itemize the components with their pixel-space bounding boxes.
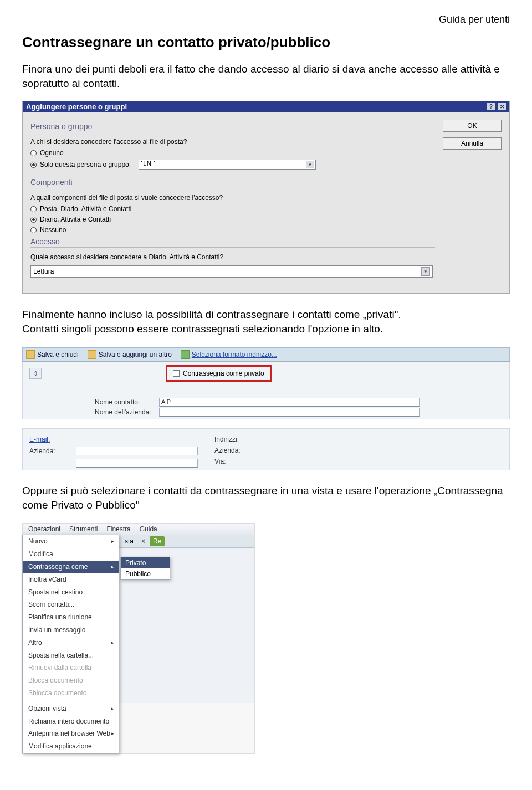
azienda2-label: Azienda: bbox=[214, 447, 258, 454]
mark-private-highlight: Contrassegna come privato bbox=[166, 365, 272, 382]
ctx-pianifica[interactable]: Pianifica una riunione bbox=[23, 611, 119, 624]
intro-paragraph: Finora uno dei punti deboli era il fatto… bbox=[22, 62, 510, 90]
tab-re[interactable]: Re bbox=[150, 536, 165, 546]
azienda-input[interactable] bbox=[76, 447, 198, 455]
ctx-invia[interactable]: Invia un messaggio bbox=[23, 624, 119, 637]
dropdown-icon[interactable]: ▾ bbox=[421, 267, 430, 276]
menu-operazioni[interactable]: Operazioni bbox=[28, 525, 60, 533]
contact-form: ⇕ Contrassegna come privato Nome contatt… bbox=[22, 362, 510, 420]
menu-guida[interactable]: Guida bbox=[140, 525, 157, 533]
radio-only-person[interactable] bbox=[30, 162, 37, 168]
header-guide: Guida per utenti bbox=[22, 14, 510, 25]
help-icon[interactable]: ? bbox=[487, 103, 495, 110]
person-input[interactable]: ˙LN ˙▾ bbox=[139, 160, 316, 170]
dropdown-icon[interactable]: ▾ bbox=[306, 161, 314, 168]
ctx-anteprima[interactable]: Anteprima nel browser Web▸ bbox=[23, 727, 119, 740]
accesso-value: Lettura bbox=[33, 268, 54, 275]
format-address-link[interactable]: Seleziona formato indirizzo... bbox=[181, 350, 277, 359]
ctx-altro[interactable]: Altro▸ bbox=[23, 637, 119, 649]
company-name-label: Nome dell'azienda: bbox=[95, 408, 156, 416]
private-label: Contrassegna come privato bbox=[183, 370, 264, 377]
ok-button[interactable]: OK bbox=[443, 120, 502, 132]
tab-close-icon[interactable]: × bbox=[138, 536, 149, 546]
persona-question: A chi si desidera concedere l'accesso al… bbox=[30, 138, 435, 146]
section-persona: Persona o gruppo bbox=[30, 122, 435, 132]
menubar: Operazioni Strumenti Finestra Guida bbox=[23, 524, 254, 535]
submenu-contrassegna: Privato Pubblico bbox=[120, 557, 170, 580]
radio-comp-none-label: Nessuno bbox=[40, 226, 66, 234]
ctx-modifica[interactable]: Modifica bbox=[23, 548, 119, 561]
ctx-modifica-app[interactable]: Modifica applicazione bbox=[23, 740, 119, 753]
submenu-pubblico[interactable]: Pubblico bbox=[121, 568, 170, 579]
ctx-sblocca: Sblocca documento bbox=[23, 687, 119, 700]
ctx-blocca: Blocca documento bbox=[23, 674, 119, 687]
contact-name-input[interactable]: A P bbox=[159, 398, 420, 407]
radio-comp-diary-label: Diario, Attività e Contatti bbox=[40, 216, 111, 223]
final-paragraph: Oppure si può selezionare i contatti da … bbox=[22, 484, 510, 512]
save-close-button[interactable]: Salva e chiudi bbox=[26, 350, 79, 359]
ctx-rimuovi: Rimuovi dalla cartella bbox=[23, 661, 119, 674]
ctx-contrassegna[interactable]: Contrassegna come▸ bbox=[23, 561, 119, 573]
page-title: Contrassegnare un contatto privato/pubbl… bbox=[22, 34, 510, 51]
dialog-title: Aggiungere persone o gruppi bbox=[26, 102, 127, 111]
radio-comp-diary[interactable] bbox=[30, 217, 37, 223]
company-name-input[interactable] bbox=[159, 408, 420, 417]
indirizzi-label: Indirizzi: bbox=[214, 435, 258, 443]
save-icon bbox=[26, 350, 35, 359]
private-checkbox[interactable] bbox=[173, 370, 180, 377]
menu-screenshot: Operazioni Strumenti Finestra Guida Nuov… bbox=[22, 523, 255, 754]
radio-comp-all-label: Posta, Diario, Attività e Contatti bbox=[40, 205, 131, 213]
section-componenti: Componenti bbox=[30, 178, 435, 188]
menu-finestra[interactable]: Finestra bbox=[106, 525, 130, 533]
tab-row: sta × Re bbox=[119, 535, 254, 548]
azienda-input-2[interactable] bbox=[76, 459, 198, 468]
email-label[interactable]: E-mail: bbox=[29, 435, 73, 443]
radio-comp-none[interactable] bbox=[30, 227, 37, 233]
save-add-button[interactable]: Salva e aggiungi un altro bbox=[88, 350, 172, 359]
ctx-sposta-cestino[interactable]: Sposta nel cestino bbox=[23, 586, 119, 599]
ctx-sposta-cartella[interactable]: Sposta nella cartella... bbox=[23, 649, 119, 662]
azienda-label: Azienda: bbox=[29, 447, 73, 455]
dialog-add-people: Aggiungere persone o gruppi ? ✕ Persona … bbox=[22, 101, 510, 294]
close-icon[interactable]: ✕ bbox=[498, 103, 506, 110]
accesso-question: Quale accesso si desidera concedere a Di… bbox=[30, 253, 435, 261]
section-accesso: Accesso bbox=[30, 237, 435, 248]
cancel-button[interactable]: Annulla bbox=[443, 137, 502, 150]
ctx-richiama[interactable]: Richiama intero documento bbox=[23, 715, 119, 728]
via-label: Via: bbox=[214, 458, 258, 465]
radio-only-person-label: Solo questa persona o gruppo: bbox=[40, 161, 131, 168]
ctx-scorri[interactable]: Scorri contatti... bbox=[23, 598, 119, 611]
ctx-inoltra[interactable]: Inoltra vCard bbox=[23, 573, 119, 586]
save-add-icon bbox=[88, 350, 96, 359]
menu-strumenti[interactable]: Strumenti bbox=[69, 525, 98, 533]
componenti-question: A quali componenti del file di posta si … bbox=[30, 194, 435, 202]
contact-details: E-mail: Azienda: Indirizzi: Azienda: Via… bbox=[22, 428, 510, 470]
radio-everyone[interactable] bbox=[30, 150, 37, 156]
context-menu: Nuovo▸ Modifica Contrassegna come▸ Inolt… bbox=[22, 535, 119, 753]
ctx-opzioni[interactable]: Opzioni vista▸ bbox=[23, 702, 119, 715]
expand-button[interactable]: ⇕ bbox=[29, 368, 42, 379]
tab-sta[interactable]: sta bbox=[121, 536, 137, 546]
contact-name-label: Nome contatto: bbox=[95, 398, 156, 406]
middle-paragraph: Finalmente hanno incluso la possibilità … bbox=[22, 307, 510, 336]
radio-comp-all[interactable] bbox=[30, 206, 37, 212]
format-icon bbox=[181, 350, 190, 359]
radio-everyone-label: Ognuno bbox=[40, 149, 64, 157]
contact-toolbar: Salva e chiudi Salva e aggiungi un altro… bbox=[22, 347, 510, 362]
accesso-select[interactable]: Lettura ▾ bbox=[30, 265, 433, 278]
submenu-privato[interactable]: Privato bbox=[121, 557, 170, 568]
ctx-nuovo[interactable]: Nuovo▸ bbox=[23, 535, 119, 548]
